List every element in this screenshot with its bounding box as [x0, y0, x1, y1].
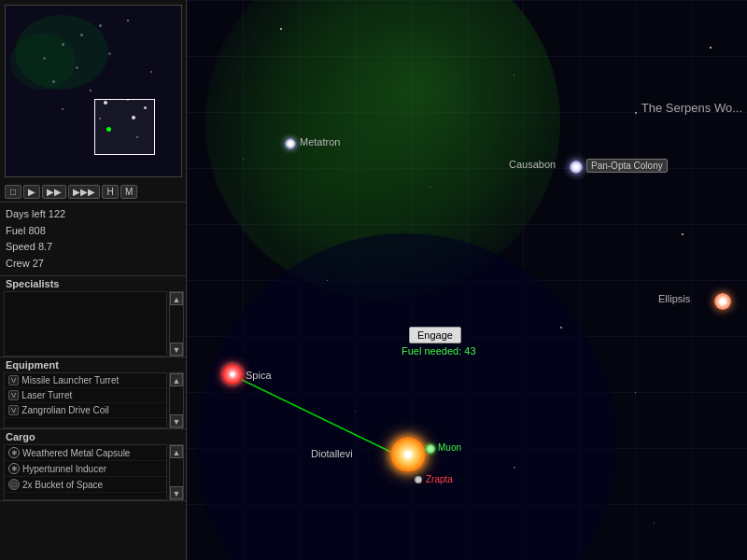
- h-button[interactable]: H: [102, 185, 119, 199]
- cargo-header: Cargo: [0, 429, 186, 444]
- muon-moon: Muon: [426, 444, 435, 454]
- m-button[interactable]: M: [120, 185, 137, 199]
- engage-button[interactable]: Engage: [409, 327, 461, 343]
- cargo-icon: [8, 447, 20, 458]
- equip-v-icon: V: [8, 375, 19, 385]
- muon-label: Muon: [438, 442, 461, 453]
- spica-system[interactable]: Spica: [222, 364, 243, 385]
- equipment-section: Equipment V Missile Launcher Turret V La…: [0, 357, 186, 429]
- toolbar: □ ▶ ▶▶ ▶▶▶ H M: [0, 182, 186, 203]
- equipment-scroll-up[interactable]: ▲: [170, 373, 183, 386]
- list-item: V Laser Turret: [5, 388, 166, 403]
- zrapta-moon: Zrapta: [415, 476, 422, 483]
- cargo-list: Weathered Metal Capsule Hypertunnel Indu…: [4, 444, 167, 500]
- causabon-system: Causabon Pan-Opta Colony: [570, 161, 583, 174]
- cargo-icon: [8, 463, 20, 474]
- serpens-label: The Serpens Wo...: [641, 101, 742, 115]
- list-item: Hypertunnel Inducer: [5, 461, 166, 477]
- cargo-icon: □: [8, 479, 20, 490]
- stop-button[interactable]: □: [5, 185, 21, 199]
- fast-button[interactable]: ▶▶: [42, 185, 66, 199]
- bg-star: [280, 28, 282, 30]
- bg-star: [514, 467, 515, 469]
- specialists-scroll-up[interactable]: ▲: [170, 292, 183, 305]
- equipment-list: V Missile Launcher Turret V Laser Turret…: [4, 372, 167, 428]
- equip-v-icon: V: [8, 390, 19, 400]
- causabon-tag: Pan-Opta Colony: [586, 159, 668, 173]
- minimap: [5, 5, 182, 177]
- bg-star: [243, 159, 244, 160]
- cargo-scroll-down[interactable]: ▼: [170, 486, 183, 499]
- diotallevi-system[interactable]: Diotallevi Muon Zrapta: [390, 437, 426, 472]
- cargo-section: Cargo Weathered Metal Capsule Hypertunne…: [0, 429, 186, 501]
- ellipsis-system: Ellipsis: [714, 293, 731, 310]
- bg-star: [514, 75, 514, 76]
- specialists-header: Specialists: [0, 276, 186, 291]
- cargo-scrollbar: ▲ ▼: [169, 444, 184, 500]
- zrapta-label: Zrapta: [426, 474, 453, 484]
- specialists-list: [4, 291, 167, 357]
- fuel-stat: Fuel 808: [6, 223, 180, 240]
- bg-star: [635, 112, 637, 114]
- bg-star: [682, 233, 684, 235]
- specialists-scroll-down[interactable]: ▼: [170, 343, 183, 356]
- equip-v-icon: V: [8, 405, 19, 415]
- bg-star: [327, 280, 328, 281]
- bg-star: [355, 411, 356, 412]
- bg-star: [430, 187, 430, 188]
- map-grid: [187, 0, 747, 560]
- specialists-section: Specialists ▲ ▼: [0, 276, 186, 357]
- play-button[interactable]: ▶: [23, 185, 40, 199]
- crew-stat: Crew 27: [6, 256, 180, 273]
- list-item: Weathered Metal Capsule: [5, 445, 166, 461]
- bg-star: [560, 327, 562, 329]
- days-left: Days left 122: [6, 206, 180, 223]
- faster-button[interactable]: ▶▶▶: [68, 185, 100, 199]
- bg-star: [635, 392, 636, 393]
- equipment-scroll-track: [170, 386, 183, 414]
- specialists-scrollbar: ▲ ▼: [169, 291, 184, 357]
- list-item: V Zangrolian Drive Coil: [5, 403, 166, 418]
- bg-star: [654, 523, 655, 524]
- specialists-scroll-track: [170, 305, 183, 343]
- cargo-scroll-track: [170, 458, 183, 486]
- equipment-header: Equipment: [0, 357, 186, 372]
- equipment-scrollbar: ▲ ▼: [169, 372, 184, 428]
- list-item: V Missile Launcher Turret: [5, 373, 166, 388]
- map-area: The Serpens Wo... Metatron Causabon Pan-…: [187, 0, 747, 560]
- cargo-scroll-up[interactable]: ▲: [170, 445, 183, 458]
- left-panel: □ ▶ ▶▶ ▶▶▶ H M Days left 122 Fuel 808 Sp…: [0, 0, 187, 560]
- speed-stat: Speed 8.7: [6, 239, 180, 256]
- stats-panel: Days left 122 Fuel 808 Speed 8.7 Crew 27: [0, 203, 186, 276]
- equipment-scroll-down[interactable]: ▼: [170, 414, 183, 427]
- list-item: □ 2x Bucket of Space: [5, 477, 166, 493]
- bg-star: [710, 47, 712, 49]
